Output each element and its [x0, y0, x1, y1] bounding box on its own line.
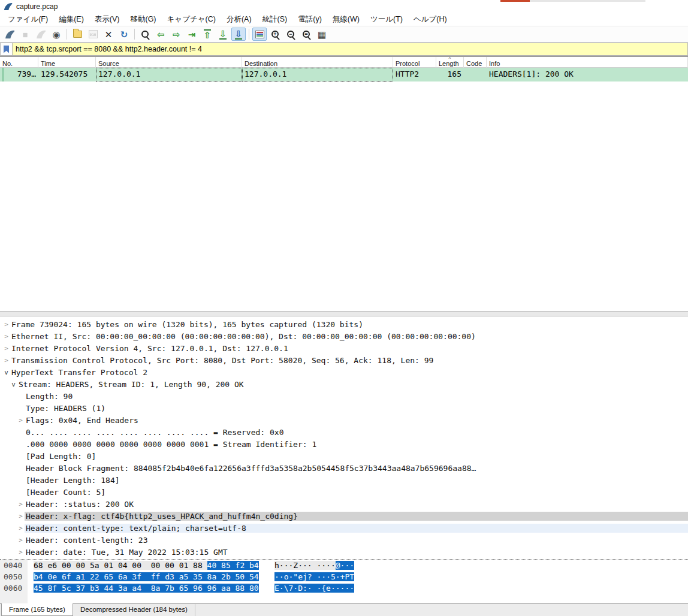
menu-item-telephony[interactable]: 電話(y) — [292, 13, 327, 26]
menu-item-wireless[interactable]: 無線(W) — [327, 13, 365, 26]
column-header-info[interactable]: Info — [487, 57, 688, 68]
cell-destination[interactable]: 127.0.0.1 — [242, 68, 393, 81]
close-file-icon[interactable]: ✕ — [101, 28, 116, 41]
expand-chevron-icon[interactable]: > — [17, 500, 25, 508]
collapse-chevron-icon[interactable]: v — [10, 381, 17, 388]
go-last-packet-icon[interactable]: ⇩ — [216, 28, 230, 41]
filter-bookmark-button[interactable] — [0, 43, 13, 56]
find-packet-icon[interactable] — [138, 28, 152, 41]
detail-row[interactable]: [Header Count: 5] — [0, 486, 688, 498]
resize-columns-icon[interactable]: ▦ — [315, 28, 329, 41]
cell-source[interactable]: 127.0.0.1 — [96, 68, 242, 81]
hex-ascii[interactable]: E·\7·D:· ·{e····· — [274, 582, 354, 594]
stop-capture-icon[interactable]: ■ — [18, 28, 32, 41]
menu-item-view[interactable]: 表示(V) — [89, 13, 125, 26]
detail-text: [Header Length: 184] — [25, 476, 688, 485]
detail-row[interactable]: 0... .... .... .... .... .... .... .... … — [0, 426, 688, 438]
cell-no[interactable]: 739… — [0, 68, 38, 81]
column-header-destination[interactable]: Destination — [242, 57, 393, 68]
menu-item-edit[interactable]: 編集(E) — [53, 13, 89, 26]
menu-item-help[interactable]: ヘルプ(H) — [408, 13, 452, 26]
expand-chevron-icon[interactable]: > — [17, 524, 25, 532]
column-label: Source — [98, 60, 119, 67]
detail-row[interactable]: >Flags: 0x04, End Headers — [0, 414, 688, 426]
go-first-packet-icon[interactable]: ⇧ — [200, 28, 215, 41]
restart-capture-icon[interactable] — [34, 28, 48, 41]
detail-row[interactable]: vStream: HEADERS, Stream ID: 1, Length 9… — [0, 378, 688, 390]
column-header-length[interactable]: Length^ — [436, 57, 464, 68]
hex-bytes[interactable]: 45 8f 5c 37 b3 44 3a a4 8a 7b 65 96 96 a… — [34, 582, 259, 594]
cell-protocol[interactable]: HTTP2 — [393, 68, 436, 81]
reload-icon[interactable]: ↻ — [117, 28, 131, 41]
pane-splitter[interactable] — [0, 311, 688, 316]
hex-row[interactable]: 004068 e6 00 00 5a 01 04 00 00 00 01 88 … — [0, 560, 688, 571]
hex-ascii[interactable]: ··o·"ej? ···5·+PT — [274, 571, 354, 582]
hex-bytes[interactable]: 68 e6 00 00 5a 01 04 00 00 00 01 88 40 8… — [34, 560, 259, 571]
expand-chevron-icon[interactable]: > — [2, 345, 10, 352]
save-file-icon[interactable]: 010 — [86, 28, 100, 41]
menu-item-tools[interactable]: ツール(T) — [365, 13, 408, 26]
column-header-code[interactable]: Code — [464, 57, 487, 68]
detail-row[interactable]: >Transmission Control Protocol, Src Port… — [0, 354, 688, 366]
detail-text: Stream: HEADERS, Stream ID: 1, Length 90… — [17, 380, 688, 389]
expand-chevron-icon[interactable]: > — [2, 357, 10, 364]
detail-row[interactable]: Type: HEADERS (1) — [0, 402, 688, 414]
expand-chevron-icon[interactable]: > — [2, 333, 10, 340]
detail-row[interactable]: Length: 90 — [0, 390, 688, 402]
hex-row[interactable]: 006045 8f 5c 37 b3 44 3a a4 8a 7b 65 96 … — [0, 582, 688, 594]
byte-view-tab-frame[interactable]: Frame (165 bytes) — [1, 603, 73, 616]
open-file-icon[interactable] — [70, 28, 85, 41]
menu-item-analyze[interactable]: 分析(A) — [221, 13, 257, 26]
hex-bytes[interactable]: b4 0e 6f a1 22 65 6a 3f ff d3 a5 35 8a 2… — [34, 571, 259, 582]
detail-row[interactable]: >Ethernet II, Src: 00:00:00_00:00:00 (00… — [0, 330, 688, 342]
hex-unselected-bytes: 68 e6 00 00 5a 01 04 00 00 00 01 88 — [34, 561, 207, 570]
cell-time[interactable]: 129.542075 — [38, 68, 96, 81]
colorize-icon[interactable] — [252, 28, 267, 41]
collapse-chevron-icon[interactable]: v — [2, 369, 10, 376]
glyph: ▦ — [318, 30, 326, 39]
zoom-in-icon[interactable]: + — [268, 28, 282, 41]
byte-view-tab-decompressed-header[interactable]: Decompressed Header (184 bytes) — [73, 604, 195, 616]
detail-row[interactable]: >Header: content-length: 23 — [0, 534, 688, 546]
go-back-icon[interactable]: ⇦ — [153, 28, 168, 41]
cell-info[interactable]: HEADERS[1]: 200 OK — [487, 68, 688, 81]
zoom-reset-icon[interactable]: = — [299, 28, 313, 41]
detail-row[interactable]: [Header Length: 184] — [0, 474, 688, 486]
menu-item-capture[interactable]: キャプチャ(C) — [162, 13, 221, 26]
detail-row[interactable]: >Header: date: Tue, 31 May 2022 15:03:15… — [0, 546, 688, 558]
packet-list-row[interactable]: 739…129.542075127.0.0.1127.0.0.1HTTP2165… — [0, 68, 688, 81]
detail-row[interactable]: >Header: content-type: text/plain; chars… — [0, 522, 688, 534]
column-header-time[interactable]: Time — [38, 57, 96, 68]
display-filter-input[interactable] — [13, 43, 688, 56]
menu-item-file[interactable]: ファイル(F) — [2, 13, 53, 26]
detail-text: Header: content-type: text/plain; charse… — [25, 524, 688, 533]
column-header-protocol[interactable]: Protocol — [393, 57, 436, 68]
zoom-out-icon[interactable]: − — [283, 28, 298, 41]
detail-row[interactable]: >Internet Protocol Version 4, Src: 127.0… — [0, 342, 688, 354]
cell-length[interactable]: 165 — [436, 68, 464, 81]
start-capture-icon[interactable] — [2, 28, 17, 41]
detail-row[interactable]: >Frame 739024: 165 bytes on wire (1320 b… — [0, 318, 688, 330]
detail-row[interactable]: Header Block Fragment: 884085f2b4b40e6fa… — [0, 462, 688, 474]
expand-chevron-icon[interactable]: > — [17, 512, 25, 520]
capture-options-icon[interactable]: ◉ — [49, 28, 64, 41]
auto-scroll-icon[interactable]: ⇩ — [231, 28, 246, 41]
menu-item-go[interactable]: 移動(G) — [125, 13, 161, 26]
column-header-source[interactable]: Source — [96, 57, 242, 68]
column-header-no[interactable]: No. — [0, 57, 38, 68]
expand-chevron-icon[interactable]: > — [2, 321, 10, 328]
hex-ascii[interactable]: h···Z··· ····@··· — [274, 560, 354, 571]
detail-row[interactable]: >Header: :status: 200 OK — [0, 498, 688, 510]
hex-row[interactable]: 0050b4 0e 6f a1 22 65 6a 3f ff d3 a5 35 … — [0, 571, 688, 582]
detail-row[interactable]: [Pad Length: 0] — [0, 450, 688, 462]
detail-row[interactable]: >Header: x-flag: ctf4b{http2_uses_HPACK_… — [0, 510, 688, 522]
expand-chevron-icon[interactable]: > — [17, 416, 25, 424]
go-forward-icon[interactable]: ⇨ — [169, 28, 183, 41]
detail-row[interactable]: .000 0000 0000 0000 0000 0000 0000 0001 … — [0, 438, 688, 450]
cell-code[interactable] — [464, 68, 487, 81]
menu-item-statistics[interactable]: 統計(S) — [257, 13, 293, 26]
go-to-packet-icon[interactable]: ⇥ — [185, 28, 199, 41]
expand-chevron-icon[interactable]: > — [17, 548, 25, 556]
detail-row[interactable]: vHyperText Transfer Protocol 2 — [0, 366, 688, 378]
expand-chevron-icon[interactable]: > — [17, 536, 25, 544]
